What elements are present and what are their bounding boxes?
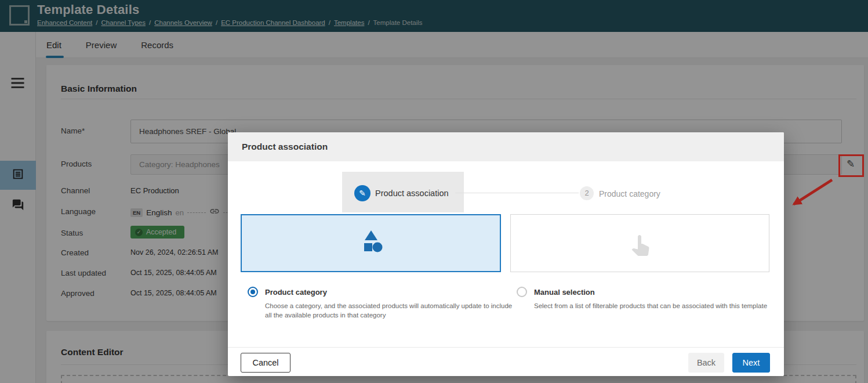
- step-connector-line: [455, 193, 579, 193]
- annotation-highlight-box: [838, 154, 864, 177]
- product-category-description: Choose a category, and the associated pr…: [265, 302, 513, 320]
- back-button[interactable]: Back: [688, 353, 724, 373]
- step2-label: Product category: [599, 189, 660, 198]
- product-category-card[interactable]: [241, 214, 501, 272]
- manual-selection-radio[interactable]: [517, 287, 527, 297]
- hand-pointer-icon: [626, 228, 654, 258]
- step1-label: Product association: [375, 189, 449, 198]
- modal-title: Product association: [242, 142, 328, 152]
- step1-pencil-icon: ✎: [354, 185, 371, 201]
- cancel-button[interactable]: Cancel: [241, 353, 290, 373]
- product-association-modal: Product association ✎ Product associatio…: [228, 132, 784, 376]
- step2-number: 2: [580, 186, 594, 200]
- manual-selection-radio-label[interactable]: Manual selection: [534, 288, 595, 297]
- modal-footer: Cancel Back Next: [228, 347, 784, 376]
- modal-header: Product association: [228, 132, 784, 161]
- product-category-radio-label[interactable]: Product category: [265, 288, 327, 297]
- next-button[interactable]: Next: [732, 353, 770, 373]
- product-category-radio[interactable]: [248, 287, 258, 297]
- manual-selection-description: Select from a list of filterable product…: [534, 302, 782, 311]
- app-root: Template Details Enhanced Content/Channe…: [0, 0, 868, 383]
- category-shapes-icon: [357, 229, 385, 258]
- manual-selection-card[interactable]: [510, 214, 769, 272]
- annotation-arrow: [784, 173, 839, 214]
